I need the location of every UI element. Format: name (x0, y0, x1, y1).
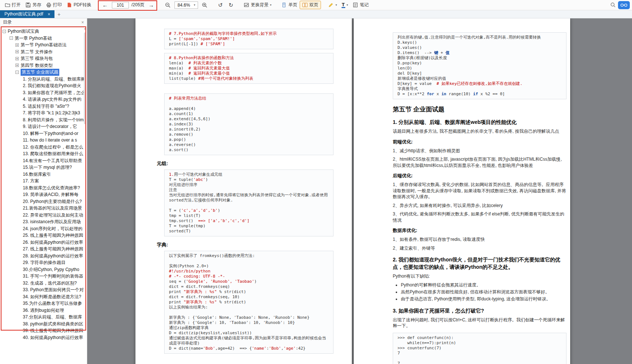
toc-item-label: 14.有没有一个工具可以帮助查 (23, 157, 82, 164)
toc-item[interactable]: 5. 请反转字符串 "aStr"? (0, 103, 87, 110)
collapse-icon[interactable]: - (15, 71, 19, 74)
toc-item[interactable]: 28. 如何提高python的运行效率 (0, 253, 87, 260)
toc-item[interactable]: 8. 利用切片操作，实现一个trim (0, 117, 87, 124)
zoom-level-select[interactable]: 84.6% ▾ (174, 1, 198, 9)
background-image-icon (244, 2, 250, 8)
toc-item-label: Python面试宝典 (8, 28, 39, 35)
question-1-intro: 该题目网上有很多方法, 我不想截图网上的长串文字, 看的头疼, 按我自己的理解说… (393, 128, 566, 135)
toc-item-label: 3. 如果你困在了死循环里，怎么 (23, 89, 85, 96)
toc-item[interactable]: -Python面试宝典 (0, 28, 87, 35)
new-tab-button[interactable]: + (54, 10, 63, 18)
print-button[interactable]: 打印 (43, 1, 64, 9)
highlighter-pen-icon (328, 2, 334, 8)
document-view[interactable]: # 7.Python的列表的截取与字符串操作类型相同,如下所示L = ['spa… (87, 18, 632, 364)
question-1-title: 1. 分别从前端、后端、数据库阐述web项目的性能优化 (393, 118, 566, 126)
expand-icon[interactable]: + (15, 43, 19, 47)
toc-item[interactable]: 11. how do I iterate over a s (0, 137, 87, 144)
toc-item-label: 19. 简单谈谈ACID, 并解释每 (23, 191, 78, 198)
code-block-tuple: 1.用一个可迭代对象生成元组T = tuple('abc')对元组进行排序注意当… (164, 169, 333, 236)
toc-item[interactable]: -第一章 Python基础 (0, 35, 87, 42)
toc-item[interactable]: 25. 线上服务可能因为种种原因 (0, 232, 87, 239)
toc-item[interactable]: 24. json序列化时，可以处理的 (0, 225, 87, 232)
toc-scrollbar[interactable]: ▲ (83, 27, 87, 364)
toc-item[interactable]: 29. 字符串的操作题目 (0, 259, 87, 266)
tab-close-icon[interactable]: × (47, 12, 50, 17)
toc-item[interactable]: +第三节 模块与包 (0, 55, 87, 62)
highlighter-pen-button[interactable]: ▾ (326, 1, 339, 9)
toc-item[interactable]: 39. 线上服务可能因为种种原因 (0, 327, 87, 334)
toc-item-label: 22. 异常处理写法以及如何主动 (23, 212, 83, 219)
reading-mode-badge[interactable] (618, 1, 630, 9)
toc-item-label: 37.分别从前端、后端、数据库 (23, 314, 82, 321)
toc-item[interactable]: 17. 方案 (0, 178, 87, 185)
toc-item[interactable]: 13. 爬取这些数据都用来做什么 (0, 150, 87, 157)
zoom-in-button[interactable] (200, 1, 210, 9)
next-page-arrow[interactable]: → (147, 2, 155, 8)
toc-item[interactable]: +第四节 数据类型 (0, 62, 87, 69)
toc-item[interactable]: 19. 简单谈谈ACID, 并解释每 (0, 191, 87, 198)
toc-item[interactable]: 14.有没有一个工具可以帮助查 (0, 157, 87, 164)
save-as-button[interactable]: 另存 (23, 1, 43, 9)
toc-item[interactable]: 36. 遇到bug如何处理 (0, 307, 87, 314)
toc-item[interactable]: 23. isinstance作用以及应用场 (0, 218, 87, 225)
database-item: 1、如有条件, 数据可以存放于redis, 读取速度快 (393, 236, 566, 243)
notes-button[interactable]: 笔记 (350, 1, 371, 9)
toc-item[interactable]: 12. 你在爬虫过程中，都是怎么 (0, 144, 87, 151)
toc-item[interactable]: 26. 如何提高python的运行效率 (0, 239, 87, 246)
toc-item[interactable]: 22. 异常处理写法以及如何主动 (0, 212, 87, 219)
toc-item[interactable]: 35.为什么函数名字可以当做参 (0, 300, 87, 307)
pdf-convert-button[interactable]: PDF转换 (64, 1, 93, 9)
search-icon[interactable] (610, 2, 616, 8)
single-page-button[interactable]: 单页 (279, 1, 300, 9)
toc-item[interactable]: 20. Python的主要功能是什么? (0, 198, 87, 205)
toc-item[interactable]: -第五节 企业面试题 (0, 69, 87, 76)
code-block-list-funcs: # 8.Python列表操作的函数和方法len(a) # 列表元素的个数max(… (164, 53, 333, 84)
toc-item[interactable]: 38. python新式类和经典类的区 (0, 321, 87, 328)
text-tool-button[interactable]: T ▾ (339, 1, 350, 9)
double-page-button[interactable]: 双页 (300, 1, 321, 9)
toc-item[interactable]: 31. 手写一个判断时间的装饰器 (0, 273, 87, 280)
toc-item[interactable]: 27. 线上服务可能因为种种原因 (0, 246, 87, 253)
toc-item[interactable]: 9. 请设计一个decorator，它 (0, 123, 87, 130)
toc-item-label: 27. 线上服务可能因为种种原因 (23, 246, 83, 253)
expand-icon[interactable]: + (15, 50, 19, 53)
toc-item[interactable]: 3. 如果你困在了死循环里，怎么 (0, 89, 87, 96)
prev-page-arrow[interactable]: ← (101, 2, 109, 8)
toc-item[interactable]: 32. 生成器，迭代器的区别? (0, 280, 87, 287)
document-tab[interactable]: Python面试宝典.pdf × (0, 10, 54, 18)
toc-item-label: 20. Python的主要功能是什么? (23, 198, 82, 205)
page-number-input[interactable] (112, 2, 129, 8)
toc-item[interactable]: 37.分别从前端、后端、数据库 (0, 314, 87, 321)
tuple-heading: 元组: (157, 160, 333, 167)
toc-item[interactable]: +第一节 Python基础语法 (0, 42, 87, 49)
redo-icon[interactable]: ↻ (226, 2, 236, 8)
toc-item[interactable]: 30.介绍Cython, Pypy Cpytho (0, 266, 87, 273)
toc-item[interactable]: 2. 我们都知道现在Python很火 (0, 82, 87, 89)
toc-item[interactable]: 1. 分别从前端、后端、数据库阐 (0, 76, 87, 83)
expand-icon[interactable]: + (15, 64, 19, 67)
toc-item[interactable]: 21.装饰器的写法以及应用场景 (0, 205, 87, 212)
expand-icon[interactable]: + (15, 57, 19, 60)
toc-item[interactable]: 18.数据库怎么优化查询效率? (0, 185, 87, 192)
toc-item[interactable]: 33. Python里面如何拷贝一个对 (0, 286, 87, 293)
change-background-button[interactable]: 更换背景 ▾ (241, 1, 274, 9)
scroll-up-icon[interactable]: ▲ (83, 27, 87, 30)
toc-item[interactable]: 15.说一下 mysql 的原理? (0, 164, 87, 171)
toc-scrollbar-thumb[interactable] (84, 32, 86, 124)
toc-item[interactable]: 40. 如何提高python的运行效率 (0, 334, 87, 341)
toc-item[interactable]: 34. 如何判断是函数还是方法? (0, 293, 87, 300)
toc-item[interactable]: 16.数据库索引 (0, 171, 87, 178)
double-page-label: 双页 (310, 2, 318, 8)
toc-item[interactable]: +第二节 文件操作 (0, 49, 87, 56)
zoom-out-button[interactable] (163, 1, 173, 9)
toc-item[interactable]: 10. 解释一下python的and-or (0, 130, 87, 137)
open-button[interactable]: 打开 (2, 1, 23, 9)
collapse-icon[interactable]: - (3, 30, 6, 33)
tab-bar: Python面试宝典.pdf × + (0, 10, 632, 18)
toc-item[interactable]: 7. 将字符串 "k:1 |k1:2|k2:3|k3 (0, 110, 87, 117)
collapse-icon[interactable]: - (10, 36, 13, 40)
toc-close-icon[interactable]: × (81, 20, 84, 25)
undo-icon[interactable]: ↺ (215, 2, 226, 8)
toc-item-label: 12. 你在爬虫过程中，都是怎么 (23, 144, 83, 151)
toc-item[interactable]: 4. 请谈谈.pyc文件和.py文件的 (0, 96, 87, 103)
